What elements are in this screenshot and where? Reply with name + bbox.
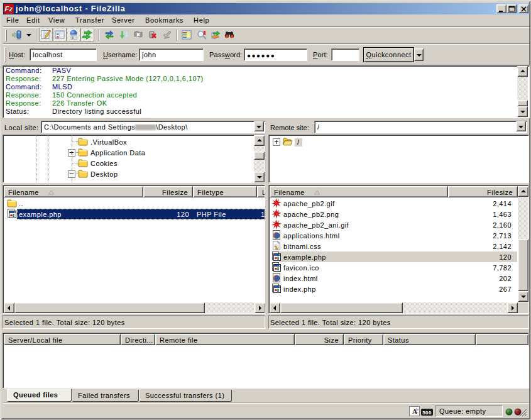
svg-text:Fz: Fz (4, 5, 13, 13)
svg-text:500: 500 (422, 410, 432, 416)
